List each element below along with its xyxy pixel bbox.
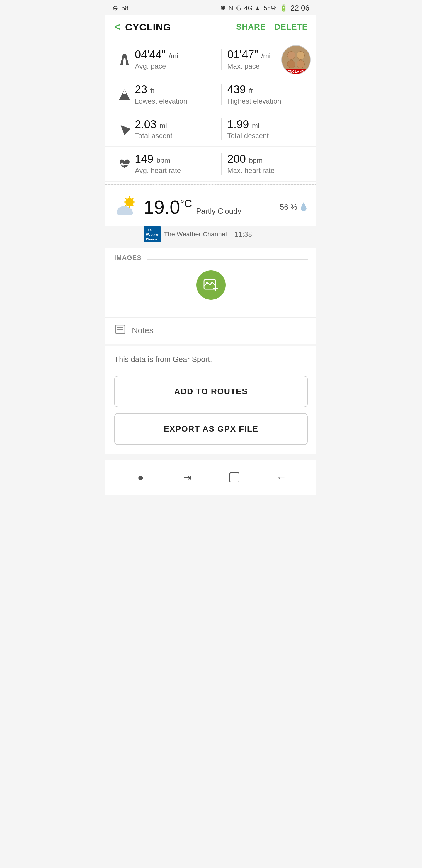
stat-divider-4 bbox=[221, 153, 222, 175]
road-icon bbox=[114, 49, 135, 70]
weather-provider-label: The Weather Channel bbox=[164, 230, 227, 238]
bluetooth-icon: ✱ bbox=[220, 4, 226, 12]
total-descent-value: 1.99 mi bbox=[227, 119, 308, 131]
images-section: IMAGES bbox=[105, 248, 317, 317]
header-actions: SHARE DELETE bbox=[236, 22, 308, 32]
stat-lowest-elevation-col: 23 ft Lowest elevation bbox=[135, 84, 216, 105]
svg-line-14 bbox=[132, 205, 134, 206]
header-left: < CYCLING bbox=[114, 21, 171, 33]
svg-line-13 bbox=[125, 198, 127, 199]
stat-row-elevation: 23 ft Lowest elevation 439 ft Highest el… bbox=[105, 77, 317, 112]
avg-heartrate-value: 149 bpm bbox=[135, 153, 216, 165]
notes-list-icon bbox=[114, 323, 126, 335]
share-button[interactable]: SHARE bbox=[236, 22, 266, 32]
total-descent-label: Total descent bbox=[227, 132, 308, 140]
weather-section: 19.0°C Partly Cloudy 56 % bbox=[105, 185, 317, 226]
total-ascent-value: 2.03 mi bbox=[135, 119, 216, 131]
recents-nav-button[interactable] bbox=[226, 469, 243, 486]
network-lte-icon: 𝔾 bbox=[236, 4, 241, 12]
status-time: 22:06 bbox=[290, 3, 310, 12]
weather-time: 11:38 bbox=[234, 230, 252, 239]
svg-rect-2 bbox=[123, 60, 124, 62]
max-heartrate-value: 200 bpm bbox=[227, 153, 308, 165]
avg-pace-value: 04'44" /mi bbox=[135, 49, 216, 61]
stat-divider bbox=[221, 49, 222, 70]
back-nav-button[interactable]: ← bbox=[272, 469, 290, 486]
highest-elevation-value: 439 ft bbox=[227, 84, 308, 96]
max-heartrate-label: Max. heart rate bbox=[227, 166, 308, 175]
stats-section: 04'44" /mi Avg. pace 01'47" /mi Max. pac… bbox=[105, 39, 317, 184]
delete-button[interactable]: DELETE bbox=[274, 22, 308, 32]
weather-temperature: 19.0°C bbox=[143, 196, 192, 218]
export-gpx-button[interactable]: EXPORT AS GPX FILE bbox=[114, 413, 308, 445]
stat-total-descent-col: 1.99 mi Total descent bbox=[227, 119, 308, 140]
back-button[interactable]: < bbox=[114, 21, 121, 33]
home-icon: ● bbox=[137, 471, 144, 484]
stat-divider-3 bbox=[221, 119, 222, 140]
weather-icon bbox=[114, 194, 138, 220]
avg-pace-label: Avg. pace bbox=[135, 62, 216, 70]
page-title: CYCLING bbox=[125, 22, 171, 33]
images-section-header: IMAGES bbox=[114, 254, 308, 265]
action-buttons: ADD TO ROUTES EXPORT AS GPX FILE bbox=[105, 370, 317, 454]
status-right: ✱ N 𝔾 4G ▲ 58% 🔋 22:06 bbox=[220, 3, 310, 12]
stat-avg-pace-col: 04'44" /mi Avg. pace bbox=[135, 49, 216, 70]
data-source-text: This data is from Gear Sport. bbox=[114, 355, 212, 364]
menu-nav-button[interactable]: ⇥ bbox=[179, 469, 196, 486]
weather-description: Partly Cloudy bbox=[196, 207, 241, 216]
add-image-button[interactable] bbox=[196, 270, 226, 300]
stat-avg-heartrate-col: 149 bpm Avg. heart rate bbox=[135, 153, 216, 175]
stat-divider-2 bbox=[221, 84, 222, 105]
england-badge: ENGLAND bbox=[282, 69, 310, 74]
images-label: IMAGES bbox=[114, 254, 141, 261]
add-to-routes-button[interactable]: ADD TO ROUTES bbox=[114, 376, 308, 407]
total-ascent-label: Total ascent bbox=[135, 132, 216, 140]
stat-row-heartrate: 149 bpm Avg. heart rate 200 bpm Max. hea… bbox=[105, 147, 317, 182]
notes-input[interactable] bbox=[132, 324, 308, 337]
app-header: < CYCLING SHARE DELETE bbox=[105, 15, 317, 39]
status-icons: ⊖ 58 bbox=[112, 4, 129, 12]
data-source-section: This data is from Gear Sport. bbox=[105, 344, 317, 370]
stat-max-heartrate-col: 200 bpm Max. heart rate bbox=[227, 153, 308, 175]
svg-rect-20 bbox=[117, 211, 133, 215]
signal-icon: 4G ▲ bbox=[244, 4, 261, 12]
lowest-elevation-label: Lowest elevation bbox=[135, 97, 216, 105]
heart-rate-icon bbox=[114, 153, 135, 175]
mountain-icon bbox=[114, 84, 135, 105]
svg-rect-3 bbox=[123, 62, 124, 64]
avg-heartrate-label: Avg. heart rate bbox=[135, 166, 216, 175]
battery-level: 58% bbox=[264, 4, 277, 12]
weather-channel-row: The Weather Channel The Weather Channel … bbox=[105, 226, 317, 248]
stat-highest-elevation-col: 439 ft Highest elevation bbox=[227, 84, 308, 105]
square-icon bbox=[229, 472, 239, 483]
network-icon: N bbox=[229, 4, 233, 12]
notes-icon bbox=[114, 323, 126, 338]
menu-icon: ⇥ bbox=[184, 472, 192, 483]
weather-humidity: 56 % bbox=[280, 202, 308, 213]
svg-point-8 bbox=[125, 198, 134, 206]
weather-channel-badge: The Weather Channel bbox=[143, 226, 161, 242]
svg-point-22 bbox=[206, 281, 208, 284]
svg-line-15 bbox=[132, 198, 134, 199]
stat-row-pace: 04'44" /mi Avg. pace 01'47" /mi Max. pac… bbox=[105, 42, 317, 77]
add-image-icon bbox=[202, 276, 220, 294]
ascent-icon bbox=[114, 119, 135, 140]
status-left: ⊖ 58 bbox=[112, 4, 129, 12]
notes-section bbox=[105, 317, 317, 344]
svg-line-16 bbox=[125, 205, 127, 206]
svg-marker-5 bbox=[123, 89, 127, 94]
lowest-elevation-value: 23 ft bbox=[135, 84, 216, 96]
user-avatar: ENGLAND bbox=[281, 45, 311, 74]
highest-elevation-label: Highest elevation bbox=[227, 97, 308, 105]
bottom-navigation: ● ⇥ ← bbox=[105, 460, 317, 495]
svg-rect-7 bbox=[124, 128, 125, 133]
humidity-icon bbox=[299, 202, 308, 213]
battery-icon: 🔋 bbox=[280, 4, 288, 12]
home-nav-button[interactable]: ● bbox=[132, 469, 150, 486]
stat-row-ascent: 2.03 mi Total ascent 1.99 mi Total desce… bbox=[105, 112, 317, 147]
weather-details: 19.0°C Partly Cloudy bbox=[143, 196, 241, 218]
status-bar: ⊖ 58 ✱ N 𝔾 4G ▲ 58% 🔋 22:06 bbox=[105, 0, 317, 15]
stat-total-ascent-col: 2.03 mi Total ascent bbox=[135, 119, 216, 140]
back-icon: ← bbox=[276, 471, 287, 484]
